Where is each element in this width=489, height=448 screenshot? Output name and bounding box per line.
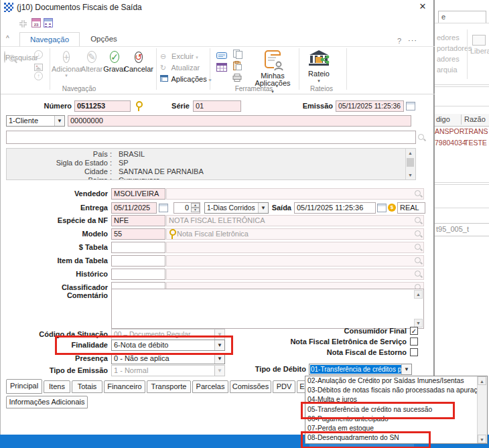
tab-principal[interactable]: Principal — [6, 379, 42, 394]
nfe-servico-label: Nota Fiscal Eletrônica de Serviço — [269, 337, 407, 346]
dias-tipo-combo[interactable]: 1-Dias Corridos ▼ — [204, 202, 269, 214]
bg-line — [435, 182, 489, 183]
key-icon — [135, 101, 142, 111]
tab-financeiro[interactable]: Financeiro — [104, 380, 145, 393]
undo-icon: ↺ — [135, 52, 143, 63]
grid-icon[interactable] — [216, 62, 227, 74]
vendedor-desc-field — [166, 188, 424, 200]
calendar-icon[interactable] — [159, 204, 168, 212]
scroll-up-icon[interactable]: ▲ — [414, 290, 423, 299]
numero-field[interactable]: 0511253 — [74, 100, 131, 112]
historico-field[interactable] — [111, 269, 165, 280]
dropdown-option[interactable]: 03-Débitos de notas fiscais não processa… — [305, 386, 478, 395]
search-lookup-icon[interactable] — [414, 216, 423, 225]
nfe-servico-checkbox[interactable] — [410, 338, 418, 346]
address-box: País BRASIL Sigla do Estado SP Cidade SA… — [6, 148, 416, 180]
calendar-icon[interactable] — [377, 204, 387, 212]
address-label: Cidade — [7, 167, 114, 175]
bg-libera-icon — [472, 35, 486, 46]
tabela-field[interactable] — [111, 242, 165, 253]
entrega-date-field[interactable]: 05/11/2025 — [111, 202, 157, 214]
bg-table-row[interactable]: ANSPOR... TRANS R — [435, 127, 489, 137]
search-lookup-icon[interactable] — [414, 230, 423, 238]
address-value: SANTANA DE PARNAIBA — [119, 167, 204, 175]
search-lookup-icon[interactable] — [414, 270, 423, 279]
scroll-down-icon[interactable]: ▼ — [478, 435, 486, 443]
tipo-debito-combo[interactable]: 01-Transferência de créditos pa ▼ — [309, 364, 412, 375]
bg-tab-distribuicao[interactable]: e Distribuição — [438, 11, 486, 23]
razao-social-field[interactable] — [6, 131, 416, 144]
tab-totais[interactable]: Totais — [72, 380, 102, 393]
address-value: Cururuquara — [119, 176, 160, 180]
tab-comissoes[interactable]: Comissões — [230, 380, 271, 393]
group-label-rateios: Rateios — [300, 85, 343, 92]
chevron-down-icon[interactable]: ▼ — [214, 354, 224, 364]
refresh-icon: ↻ — [160, 63, 169, 72]
chevron-down-icon[interactable]: ▼ — [401, 364, 411, 374]
cliente-type-combo[interactable]: 1-Cliente ▼ — [6, 115, 65, 127]
saida-field[interactable]: 05/11/2025 11:25:36 — [294, 202, 376, 214]
bg-line — [435, 86, 489, 87]
ribbon-collapse-chevron[interactable]: ^ — [6, 35, 9, 42]
separator — [50, 48, 50, 90]
scroll-thumb[interactable] — [407, 158, 414, 167]
consumidor-final-checkbox[interactable]: ✓ — [410, 327, 418, 335]
tab-informacoes-adicionais[interactable]: Informações Adicionais — [6, 396, 88, 408]
nav-up-icon: ↑ — [34, 72, 43, 80]
print-icon[interactable] — [232, 72, 242, 84]
ribbon-bottom-line — [1, 94, 435, 94]
address-scrollbar[interactable]: ▲ ▼ — [405, 149, 415, 179]
moeda-field: REAL — [397, 202, 425, 214]
dialog-documentos-fiscais: (j10) Documentos Fiscais de Saída ✕ 23 ^… — [0, 0, 434, 435]
close-icon[interactable]: ✕ — [416, 1, 429, 13]
cliente-code-field[interactable]: 00000000 — [68, 115, 411, 127]
bg-cell: TRANS R — [464, 127, 489, 135]
tabela-label: $ Tabela — [41, 242, 108, 253]
search-lookup-icon[interactable] — [414, 190, 423, 198]
paste-icon[interactable] — [233, 61, 242, 73]
tab-opcoes[interactable]: Opções — [84, 35, 124, 43]
cancelar-button[interactable]: ↺ Cancelar — [123, 50, 155, 73]
especie-field[interactable]: NFE — [111, 215, 165, 226]
item-tabela-field[interactable] — [111, 255, 165, 267]
tipo-emissao-label: Tipo de Emissão — [1, 365, 108, 376]
tab-transporte[interactable]: Transporte — [147, 380, 191, 393]
bg-cell: TESTE DI — [464, 139, 489, 147]
dropdown-option[interactable]: 02-Anulação de Crédito por Saídas Imunes… — [305, 376, 478, 386]
dropdown-scrollbar[interactable]: ▲ ▼ — [477, 376, 487, 443]
calculator-quick-icon[interactable] — [44, 18, 53, 27]
address-line: Bairro Cururuquara — [7, 176, 415, 180]
comentario-textarea[interactable]: ▲ ▼ — [111, 289, 424, 329]
scroll-down-icon[interactable]: ▼ — [406, 171, 415, 179]
copy-icon[interactable] — [233, 50, 242, 62]
search-lookup-icon[interactable] — [417, 133, 426, 142]
tipo-debito-label: Tipo de Débito — [254, 364, 306, 375]
bg-menu-item: arquia — [437, 66, 458, 74]
scroll-up-icon[interactable]: ▲ — [406, 149, 415, 157]
stepper-down-icon[interactable]: ▼ — [191, 208, 200, 212]
rateio-button[interactable]: Rateio ▾ — [303, 48, 334, 84]
calendar-quick-icon[interactable]: 23 — [31, 18, 41, 27]
calendar-icon[interactable] — [406, 102, 415, 110]
aplicacoes-button[interactable]: Aplicações ▾ — [160, 74, 211, 85]
chevron-down-icon[interactable]: ▼ — [54, 116, 64, 126]
search-lookup-icon[interactable] — [414, 256, 423, 265]
currency-coin-icon[interactable]: $ — [388, 204, 396, 212]
tab-itens[interactable]: Itens — [44, 380, 70, 393]
vendedor-field[interactable]: MSOLIVEIRA — [111, 188, 165, 200]
search-lookup-icon[interactable] — [414, 243, 423, 252]
tab-navegacao[interactable]: Navegação — [19, 32, 80, 47]
stepper-up-icon[interactable]: ▲ — [191, 203, 200, 208]
help-icon[interactable]: ? — [397, 37, 401, 45]
bg-table-row[interactable]: 79804034 TESTE DI — [435, 139, 489, 149]
scroll-up-icon[interactable]: ▲ — [478, 376, 486, 385]
tab-pdv[interactable]: PDV — [273, 380, 295, 393]
serie-field[interactable]: 01 — [193, 100, 241, 112]
nf-estorno-checkbox[interactable] — [410, 348, 418, 356]
modelo-field[interactable]: 55 — [111, 228, 165, 240]
emissao-field[interactable]: 05/11/2025 11:25:36 — [336, 100, 404, 112]
tab-parcelas[interactable]: Parcelas — [192, 380, 228, 393]
chevron-down-icon[interactable]: ▼ — [258, 203, 268, 213]
more-options-icon[interactable]: ··· — [408, 36, 417, 44]
comment-icon[interactable] — [216, 51, 227, 63]
